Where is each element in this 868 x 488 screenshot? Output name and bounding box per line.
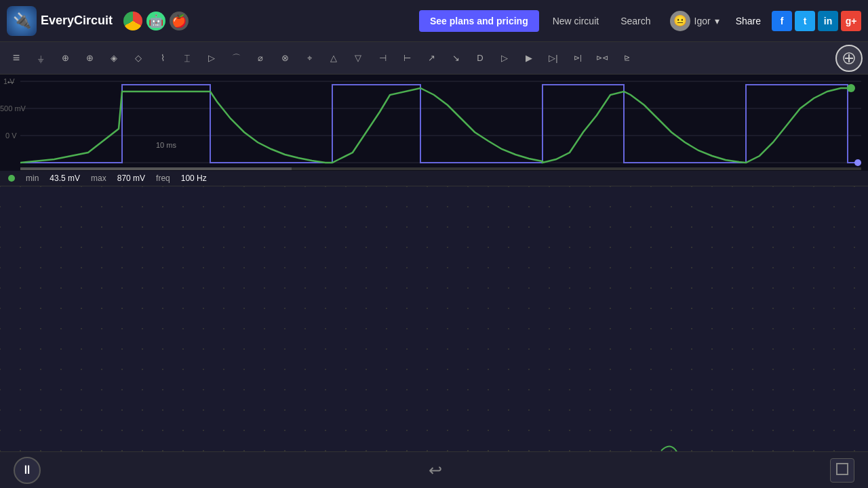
- plans-pricing-button[interactable]: See plans and pricing: [419, 10, 539, 32]
- app-logo: 🔌: [7, 6, 37, 36]
- play-pause-button[interactable]: ⏸: [14, 457, 41, 484]
- connect-button[interactable]: ⌀: [250, 47, 271, 69]
- svg-text:10 ms: 10 ms: [156, 141, 176, 149]
- inductor-button[interactable]: ⌇: [152, 47, 174, 69]
- fullscreen-button[interactable]: [830, 458, 854, 483]
- new-circuit-button[interactable]: New circuit: [545, 10, 607, 32]
- linkedin-icon[interactable]: in: [818, 11, 838, 31]
- bjt3-button[interactable]: ▶: [518, 47, 540, 69]
- component-button-4[interactable]: ◇: [127, 47, 149, 69]
- logo-area: 🔌 EveryCircuit: [7, 6, 113, 36]
- circuit-area[interactable]: 2 kΩ + − 1 µF 10 ms 0 V: [0, 186, 868, 451]
- min-value: 43.5 mV: [50, 174, 80, 183]
- bjt5-button[interactable]: ⊳|: [567, 47, 589, 69]
- app-title: EveryCircuit: [41, 14, 113, 28]
- oscilloscope-panel: ← 1 V 500 mV 0 V 10 ms min 43.5 mV max 8…: [0, 75, 868, 186]
- googleplus-icon[interactable]: g+: [841, 11, 861, 31]
- component-button-1[interactable]: ⊕: [54, 47, 76, 69]
- max-value: 870 mV: [117, 174, 145, 183]
- min-label: min: [26, 174, 39, 183]
- circuit-diagram: 2 kΩ + − 1 µF 10 ms 0 V: [0, 186, 868, 451]
- tri2-button[interactable]: ▽: [347, 47, 369, 69]
- mosfet2-button[interactable]: ⊵: [616, 47, 637, 69]
- menu-button[interactable]: ≡: [5, 47, 27, 69]
- bottom-bar: ⏸ ↩: [0, 451, 868, 488]
- user-name: Igor: [694, 16, 711, 26]
- chrome-icon: [123, 12, 142, 30]
- arrow2-button[interactable]: ↘: [445, 47, 467, 69]
- svg-text:0 V: 0 V: [5, 131, 17, 140]
- user-avatar: 😐: [670, 11, 690, 31]
- resistor-button[interactable]: ⌶: [176, 47, 198, 69]
- svg-rect-12: [20, 167, 292, 170]
- mosfet1-button[interactable]: ⊳⊲: [591, 47, 613, 69]
- facebook-icon[interactable]: f: [772, 11, 792, 31]
- freq-label: freq: [156, 174, 170, 183]
- scroll-circle-button[interactable]: [835, 45, 863, 72]
- svg-rect-41: [837, 464, 848, 474]
- cap2-button[interactable]: ⊢: [396, 47, 418, 69]
- svg-text:500 mV: 500 mV: [0, 104, 26, 113]
- user-dropdown-icon: ▾: [715, 16, 719, 26]
- arrow1-button[interactable]: ↗: [420, 47, 442, 69]
- cap1-button[interactable]: ⊣: [372, 47, 393, 69]
- bjt1-button[interactable]: D: [469, 47, 491, 69]
- back-button[interactable]: ↩: [429, 461, 442, 480]
- header: 🔌 EveryCircuit 🤖 🍎 See plans and pricing…: [0, 0, 868, 42]
- search-button[interactable]: Search: [612, 10, 658, 32]
- stats-indicator: [8, 175, 15, 182]
- back-icon: ↩: [429, 461, 442, 479]
- svg-point-10: [854, 159, 861, 166]
- fullscreen-icon: [835, 462, 849, 479]
- apple-icon: 🍎: [170, 12, 189, 30]
- bjt4-button[interactable]: ▷|: [542, 47, 564, 69]
- cross-button[interactable]: ⊗: [274, 47, 296, 69]
- component-button-3[interactable]: ◈: [103, 47, 125, 69]
- freq-value: 100 Hz: [181, 174, 207, 183]
- max-label: max: [91, 174, 106, 183]
- share-button[interactable]: Share: [730, 10, 766, 32]
- oscilloscope-stats: min 43.5 mV max 870 mV freq 100 Hz: [0, 171, 868, 186]
- diode-button[interactable]: ⌖: [298, 47, 320, 69]
- svg-text:1 V: 1 V: [3, 77, 15, 85]
- bjt2-button[interactable]: ▷: [494, 47, 515, 69]
- twitter-icon[interactable]: t: [795, 11, 815, 31]
- user-menu-button[interactable]: 😐 Igor ▾: [665, 8, 725, 34]
- toolbar: ≡ ⏚ ⊕ ⊕ ◈ ◇ ⌇ ⌶ ▷ ⌒ ⌀ ⊗ ⌖ △ ▽ ⊣ ⊢ ↗ ↘ D …: [0, 42, 868, 75]
- ground-button[interactable]: ⏚: [30, 47, 52, 69]
- social-icons: f t in g+: [772, 11, 861, 31]
- tri1-button[interactable]: △: [323, 47, 344, 69]
- component-button-2[interactable]: ⊕: [79, 47, 100, 69]
- source-button[interactable]: ▷: [201, 47, 222, 69]
- browser-icons: 🤖 🍎: [123, 12, 189, 30]
- play-pause-icon: ⏸: [21, 463, 33, 477]
- svg-point-9: [847, 84, 855, 92]
- wire-button[interactable]: ⌒: [225, 47, 247, 69]
- android-icon: 🤖: [146, 12, 165, 30]
- oscilloscope-display: 1 V 500 mV 0 V 10 ms: [0, 75, 868, 173]
